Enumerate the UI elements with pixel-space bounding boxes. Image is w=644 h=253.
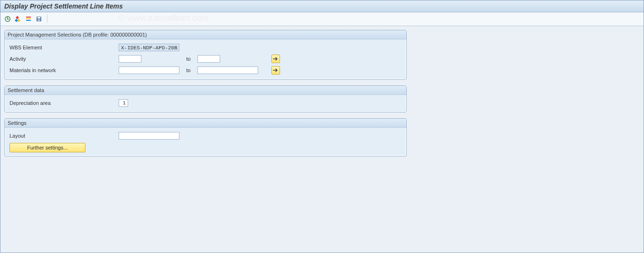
- page-title: Display Project Settlement Line Items: [4, 2, 123, 10]
- svg-rect-8: [37, 17, 40, 19]
- panel-header-settlement: Settlement data: [5, 86, 406, 95]
- layout-label: Layout: [8, 133, 119, 139]
- materials-multiple-selection-button[interactable]: [271, 66, 280, 75]
- svg-rect-5: [26, 19, 31, 19]
- layout-input[interactable]: [119, 132, 179, 140]
- panel-body-settings: Layout Further settings...: [5, 128, 406, 156]
- activity-label: Activity: [8, 56, 119, 62]
- panel-settings: Settings Layout Further settings...: [4, 118, 407, 157]
- materials-to-input[interactable]: [197, 66, 258, 74]
- titlebar: Display Project Settlement Line Items: [0, 0, 644, 12]
- svg-rect-6: [26, 20, 31, 21]
- watermark: © www.tutorialkart.com: [118, 13, 209, 23]
- depreciation-label: Depreciation area: [8, 100, 119, 106]
- wbs-label: WBS Element: [8, 45, 119, 50]
- variant-icon[interactable]: [14, 15, 22, 23]
- content-area: Project Management Selections (DB profil…: [0, 26, 644, 166]
- svg-rect-9: [38, 19, 40, 21]
- panel-settlement: Settlement data Depreciation area: [4, 85, 407, 112]
- svg-rect-1: [16, 16, 19, 19]
- materials-to-label: to: [179, 67, 197, 73]
- activity-to-label: to: [179, 56, 197, 62]
- svg-rect-4: [26, 17, 31, 18]
- row-materials: Materials in network to: [8, 65, 403, 75]
- panel-body-settlement: Depreciation area: [5, 95, 406, 112]
- depreciation-area-input[interactable]: [119, 99, 128, 107]
- save-icon[interactable]: [35, 15, 43, 23]
- panel-header-settings: Settings: [5, 119, 406, 128]
- further-settings-button[interactable]: Further settings...: [9, 143, 85, 152]
- toolbar-separator: [47, 15, 47, 23]
- materials-from-input[interactable]: [119, 66, 179, 74]
- activity-to-input[interactable]: [197, 55, 220, 63]
- wbs-element-field: X-IDES-NDP-APO-20B: [119, 44, 179, 51]
- activity-multiple-selection-button[interactable]: [271, 55, 280, 63]
- row-wbs: WBS Element X-IDES-NDP-APO-20B: [8, 42, 403, 53]
- panel-project-management: Project Management Selections (DB profil…: [4, 30, 407, 80]
- sap-screen: Display Project Settlement Line Items: [0, 0, 644, 253]
- panel-header-pm: Project Management Selections (DB profil…: [5, 30, 406, 39]
- activity-from-input[interactable]: [119, 55, 141, 63]
- toolbar: © www.tutorialkart.com: [0, 12, 644, 26]
- row-layout: Layout: [8, 131, 403, 141]
- list-icon[interactable]: [24, 15, 33, 23]
- svg-rect-3: [15, 19, 18, 22]
- row-activity: Activity to: [8, 54, 403, 64]
- panel-body-pm: WBS Element X-IDES-NDP-APO-20B Activity …: [5, 39, 406, 79]
- row-depreciation: Depreciation area: [8, 98, 403, 108]
- materials-label: Materials in network: [8, 67, 119, 73]
- execute-icon[interactable]: [3, 15, 12, 23]
